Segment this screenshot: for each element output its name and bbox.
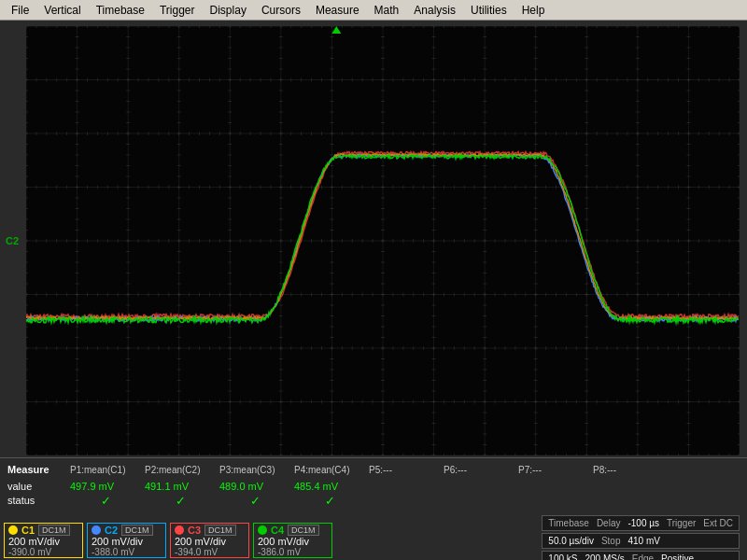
scope-body: C2 Measure P1:mean(C1)P2:mean(C2)P3:mean…	[0, 21, 747, 560]
ch-offset-c4: -386.0 mV	[258, 547, 328, 557]
ch-scale-c3: 200 mV/div	[175, 536, 245, 547]
measure-status-row: status ✓✓✓✓	[0, 494, 747, 507]
measure-row1: Measure P1:mean(C1)P2:mean(C2)P3:mean(C3…	[0, 458, 747, 479]
menu-bar: FileVerticalTimebaseTriggerDisplayCursor…	[0, 0, 747, 21]
menu-item-trigger[interactable]: Trigger	[152, 2, 203, 19]
ext-dc-label: Ext DC	[703, 518, 733, 528]
measure-area: Measure P1:mean(C1)P2:mean(C2)P3:mean(C3…	[0, 457, 747, 521]
ch-badge-c4: DC1M	[288, 525, 319, 536]
timebase-scale: 50.0 µs/div	[548, 536, 594, 546]
measure-label: Measure	[7, 464, 68, 475]
measure-name-p1: P1:mean(C1)	[68, 465, 143, 475]
measure-name-p5: P5:---	[367, 465, 442, 475]
ch-offset-c1: -390.0 mV	[8, 547, 78, 557]
menu-item-vertical[interactable]: Vertical	[36, 2, 88, 19]
timebase-box: Timebase Delay -100 µs Trigger Ext DC	[542, 515, 740, 531]
ch-num-c2: C2	[105, 525, 118, 536]
measure-name-p8: P8:---	[591, 465, 666, 475]
sample-box: 100 kS 200 MS/s Edge Positive	[542, 551, 740, 561]
measure-value-p1: 497.9 mV	[68, 481, 143, 492]
ch-dot-c4	[258, 525, 267, 535]
menu-item-math[interactable]: Math	[367, 2, 407, 19]
ch-dot-c3	[175, 525, 184, 535]
measure-check-p1: ✓	[68, 494, 143, 508]
channel-info-row: C1 DC1M 200 mV/div -390.0 mV C2 DC1M 200…	[0, 521, 747, 560]
measure-row2: value 497.9 mV491.1 mV489.0 mV485.4 mV	[0, 479, 747, 494]
edge-label: Edge	[632, 553, 654, 561]
channel-box-c3: C3 DC1M 200 mV/div -394.0 mV	[170, 523, 249, 558]
sample-rate: 100 kS	[548, 553, 577, 561]
ch-offset-c3: -394.0 mV	[175, 547, 245, 557]
ch-num-c4: C4	[271, 525, 284, 536]
slope-label: Positive	[661, 553, 694, 561]
menu-item-file[interactable]: File	[4, 2, 36, 19]
timebase-scale-box: 50.0 µs/div Stop 410 mV	[542, 533, 740, 549]
measure-name-p7: P7:---	[516, 465, 591, 475]
right-panel: Timebase Delay -100 µs Trigger Ext DC 50…	[542, 515, 740, 561]
measure-check-p3: ✓	[218, 494, 292, 508]
measure-value-p4: 485.4 mV	[292, 481, 367, 492]
ch-num-c1: C1	[21, 525, 35, 536]
trigger-label: Trigger	[667, 518, 696, 528]
menu-item-help[interactable]: Help	[514, 2, 553, 19]
status-row-label: status	[7, 495, 68, 506]
ch-badge-c3: DC1M	[204, 525, 236, 536]
ch-scale-c4: 200 mV/div	[258, 536, 328, 547]
measure-check-p2: ✓	[143, 494, 218, 508]
menu-item-cursors[interactable]: Cursors	[254, 2, 308, 19]
trigger-mode-label: Stop	[601, 536, 621, 546]
measure-value-p2: 491.1 mV	[143, 481, 218, 492]
ch-dot-c2	[92, 525, 101, 535]
measure-value-p3: 489.0 mV	[218, 481, 292, 492]
measure-check-p4: ✓	[292, 494, 367, 508]
measure-name-p3: P3:mean(C3)	[218, 465, 292, 475]
menu-item-display[interactable]: Display	[203, 2, 254, 19]
delay-label: Delay	[597, 518, 621, 528]
menu-item-analysis[interactable]: Analysis	[406, 2, 463, 19]
ch-dot-c1	[8, 525, 18, 535]
menu-item-timebase[interactable]: Timebase	[89, 2, 152, 19]
sample-rate2: 200 MS/s	[585, 553, 624, 561]
ch2-label: C2	[6, 235, 19, 246]
measure-name-p6: P6:---	[442, 465, 516, 475]
channel-box-c1: C1 DC1M 200 mV/div -390.0 mV	[4, 523, 83, 558]
trigger-rate: 410 mV	[627, 536, 659, 546]
timebase-label: Timebase	[548, 518, 589, 528]
ch-badge-c2: DC1M	[121, 525, 153, 536]
delay-value: -100 µs	[627, 518, 659, 528]
scope-canvas	[26, 26, 740, 455]
ch-offset-c2: -388.0 mV	[92, 547, 162, 557]
menu-item-utilities[interactable]: Utilities	[463, 2, 514, 19]
ch-scale-c1: 200 mV/div	[8, 536, 78, 547]
menu-item-measure[interactable]: Measure	[308, 2, 367, 19]
channel-box-c4: C4 DC1M 200 mV/div -386.0 mV	[253, 523, 332, 558]
ch-scale-c2: 200 mV/div	[92, 536, 162, 547]
ch-badge-c1: DC1M	[38, 525, 70, 536]
status-label: value	[7, 481, 68, 492]
measure-name-p2: P2:mean(C2)	[143, 465, 218, 475]
measure-name-p4: P4:mean(C4)	[292, 465, 367, 475]
ch-num-c3: C3	[188, 525, 201, 536]
channel-box-c2: C2 DC1M 200 mV/div -388.0 mV	[87, 523, 166, 558]
